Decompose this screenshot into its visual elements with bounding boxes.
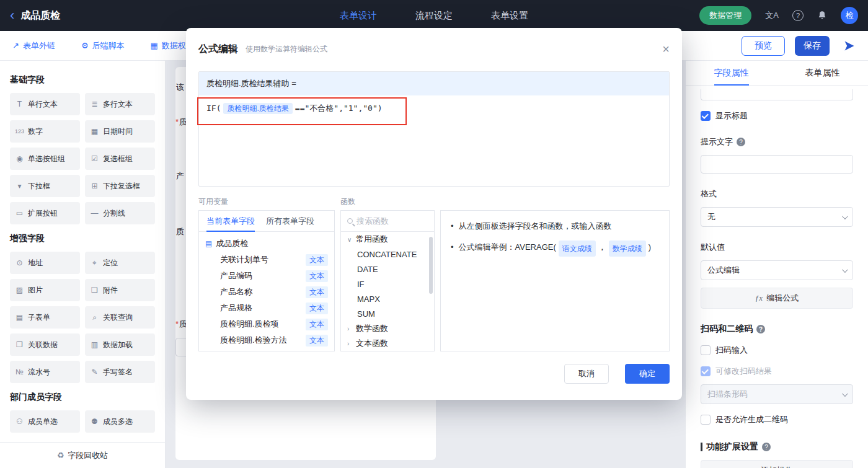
field-linked-query[interactable]: ⌕关联查询 <box>85 306 155 329</box>
field-member-single[interactable]: ⚇成员单选 <box>10 410 80 433</box>
back-icon[interactable]: ‹ <box>10 9 14 22</box>
form-external-link[interactable]: ↗ 表单外链 <box>12 40 55 51</box>
variable-item[interactable]: 质检明细.质检项文本 <box>199 316 334 332</box>
variable-item[interactable]: 质检明细.检验方法文本 <box>199 332 334 348</box>
variable-item[interactable]: 产品名称文本 <box>199 284 334 300</box>
formula-target-bar: 质检明细.质检结果辅助 = <box>199 72 669 95</box>
scrolled-input-fragment[interactable] <box>701 89 853 100</box>
textarea-icon: ≣ <box>90 100 99 108</box>
function-item[interactable]: IF <box>341 276 434 291</box>
field-dropdown[interactable]: ▾下拉框 <box>10 175 80 197</box>
function-group-math[interactable]: › 数学函数 <box>341 321 434 336</box>
tab-current-form-fields[interactable]: 当前表单字段 <box>206 211 255 231</box>
cancel-button[interactable]: 取消 <box>564 364 609 384</box>
field-attachment[interactable]: ❏附件 <box>85 279 155 301</box>
avatar[interactable]: 检 <box>841 7 858 24</box>
confirm-button[interactable]: 确定 <box>625 364 670 384</box>
variable-item[interactable]: 关联计划单号文本 <box>199 252 334 268</box>
format-label: 格式 <box>701 188 853 200</box>
field-signature[interactable]: ✎手写签名 <box>85 361 155 383</box>
linked-query-icon: ⌕ <box>90 313 99 322</box>
extension-help-icon[interactable]: ? <box>762 443 771 451</box>
preview-button[interactable]: 预览 <box>742 36 785 56</box>
data-manage-button[interactable]: 数据管理 <box>699 6 751 25</box>
share-icon[interactable] <box>843 40 856 52</box>
variable-item[interactable]: 产品规格文本 <box>199 300 334 316</box>
formula-field-chip[interactable]: 质检明细.质检结果 <box>223 103 292 114</box>
field-single-line-text[interactable]: T单行文本 <box>10 93 80 115</box>
field-checkbox-group[interactable]: ☑复选框组 <box>85 148 155 170</box>
field-address[interactable]: ⊙地址 <box>10 252 80 274</box>
formula-editor-area[interactable]: IF(质检明细.质检结果=="不合格","1","0") <box>199 95 669 186</box>
scan-help-icon[interactable]: ? <box>756 325 765 333</box>
field-multiline-text[interactable]: ≣多行文本 <box>85 93 155 115</box>
function-group-text[interactable]: › 文本函数 <box>341 336 434 351</box>
chevron-down-icon <box>842 391 848 397</box>
scan-input-checkbox[interactable] <box>701 345 711 355</box>
member-icon: ⚇ <box>15 417 24 426</box>
function-item[interactable]: SUM <box>341 306 434 321</box>
scan-modifiable-checkbox <box>701 366 711 376</box>
script-icon: ⚙ <box>81 41 89 50</box>
function-group-common[interactable]: ∨ 常用函数 <box>341 232 434 247</box>
form-label-fragment: 质 <box>175 226 184 237</box>
field-multi-dropdown[interactable]: ⊞下拉复选框 <box>85 175 155 197</box>
function-search-input[interactable] <box>356 216 428 226</box>
backend-script-link[interactable]: ⚙ 后端脚本 <box>81 40 125 51</box>
tab-form-design[interactable]: 表单设计 <box>340 10 377 22</box>
chevron-down-icon <box>842 267 848 273</box>
members-icon: ⚉ <box>90 417 99 426</box>
notification-bell-icon[interactable] <box>817 11 827 20</box>
tab-form-settings[interactable]: 表单设置 <box>491 10 528 22</box>
help-icon[interactable]: ? <box>792 10 804 21</box>
variables-root[interactable]: ▤ 成品质检 <box>199 236 334 252</box>
function-item[interactable]: MAPX <box>341 291 434 306</box>
formula-editor-modal: 公式编辑 使用数学运算符编辑公式 × 质检明细.质检结果辅助 = IF(质检明细… <box>186 28 682 400</box>
tab-flow-settings[interactable]: 流程设定 <box>415 10 453 22</box>
tab-field-properties[interactable]: 字段属性 <box>686 61 777 85</box>
qr-generate-checkbox[interactable] <box>701 415 711 425</box>
variable-item[interactable]: 产品编码文本 <box>199 268 334 284</box>
functions-box: ∨ 常用函数 CONCATENATE DATE IF MAPX SUM › 数学… <box>340 210 435 351</box>
field-radio-group[interactable]: ◉单选按钮组 <box>10 148 80 170</box>
field-divider[interactable]: —分割线 <box>85 202 155 224</box>
tab-form-properties[interactable]: 表单属性 <box>777 61 868 85</box>
field-serial-number[interactable]: №流水号 <box>10 361 80 383</box>
calendar-icon: ▦ <box>90 127 99 136</box>
help-tip-2: • 公式编辑举例：AVERAGE( 语文成绩 ， 数学成绩 ) <box>451 241 659 257</box>
scrollbar-thumb[interactable] <box>429 237 433 294</box>
field-location[interactable]: ⌖定位 <box>85 252 155 274</box>
default-value-select[interactable]: 公式编辑 <box>701 260 853 280</box>
translate-icon[interactable]: 文A <box>765 10 779 21</box>
show-title-checkbox[interactable] <box>701 111 711 121</box>
hint-text-input[interactable] <box>701 155 853 174</box>
function-item[interactable]: DATE <box>341 262 434 276</box>
field-linked-data[interactable]: ❐关联数据 <box>10 333 80 356</box>
external-link-icon: ↗ <box>12 41 19 50</box>
add-action-button[interactable]: 添加操作 <box>701 460 853 468</box>
field-recycle-bin[interactable]: ♻ 字段回收站 <box>0 442 165 468</box>
page-title: 成品质检 <box>20 9 60 22</box>
format-select[interactable]: 无 <box>701 207 853 227</box>
field-data-load[interactable]: ▥数据加载 <box>85 333 155 356</box>
signature-icon: ✎ <box>90 368 99 376</box>
location-icon: ⌖ <box>90 258 99 267</box>
close-icon[interactable]: × <box>662 43 670 55</box>
tab-all-form-fields[interactable]: 所有表单字段 <box>266 211 314 231</box>
field-member-multi[interactable]: ⚉成员多选 <box>85 410 155 433</box>
save-button[interactable]: 保存 <box>795 36 830 56</box>
section-title-basic-fields: 基础字段 <box>10 74 155 86</box>
help-label-spacer <box>440 196 670 205</box>
field-extend-button[interactable]: ▭扩展按钮 <box>10 202 80 224</box>
hint-help-icon[interactable]: ? <box>737 138 745 146</box>
field-datetime[interactable]: ▦日期时间 <box>85 120 155 143</box>
example-field-chip: 数学成绩 <box>609 241 646 257</box>
function-item[interactable]: CONCATENATE <box>341 247 434 262</box>
radio-icon: ◉ <box>15 154 24 163</box>
field-subform[interactable]: ▤子表单 <box>10 306 80 329</box>
formula-block: 质检明细.质检结果辅助 = IF(质检明细.质检结果=="不合格","1","0… <box>198 71 670 187</box>
field-image[interactable]: ▨图片 <box>10 279 80 301</box>
data-load-icon: ▥ <box>90 340 99 349</box>
field-number[interactable]: 123数字 <box>10 120 80 143</box>
edit-formula-button[interactable]: ƒx 编辑公式 <box>701 288 853 309</box>
